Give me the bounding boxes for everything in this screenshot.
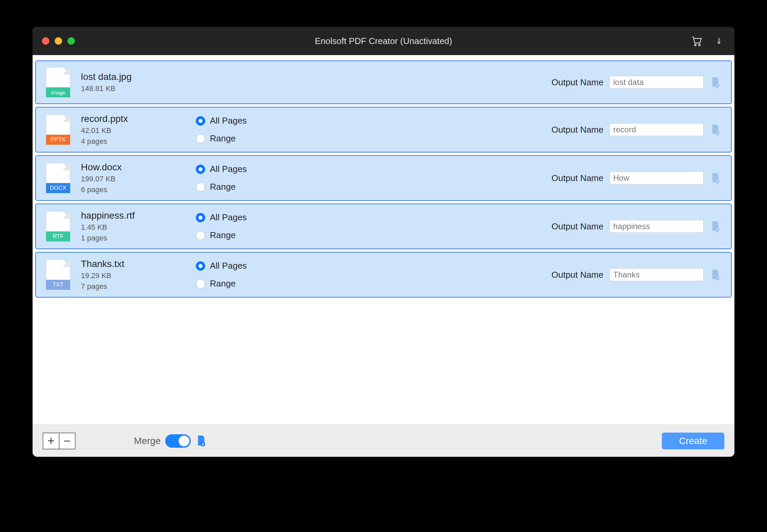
svg-point-8 xyxy=(717,181,718,182)
page-range-group: All Pages Range xyxy=(196,164,297,192)
range-radio[interactable] xyxy=(196,134,205,143)
file-size: 199.07 KB xyxy=(81,175,185,183)
file-name: Thanks.txt xyxy=(81,259,185,269)
file-badge: RTF xyxy=(46,231,70,241)
output-name-label: Output Name xyxy=(551,77,603,88)
svg-point-4 xyxy=(717,85,718,87)
cart-icon[interactable] xyxy=(691,35,703,47)
file-badge: Image xyxy=(46,87,70,97)
svg-point-14 xyxy=(202,443,204,445)
file-pages: 1 pages xyxy=(81,234,185,242)
file-settings-icon[interactable] xyxy=(710,76,721,89)
file-meta: How.docx 199.07 KB 6 pages xyxy=(81,162,185,194)
minimize-window-button[interactable] xyxy=(55,37,62,45)
file-settings-icon[interactable] xyxy=(710,268,721,281)
output-name-input[interactable] xyxy=(610,76,704,89)
file-size: 42.01 KB xyxy=(81,126,185,135)
svg-point-6 xyxy=(717,132,718,134)
svg-point-2 xyxy=(719,42,720,43)
merge-toggle[interactable] xyxy=(165,434,191,448)
file-size: 1.45 KB xyxy=(81,223,185,232)
file-type-icon: Image xyxy=(46,67,70,97)
app-window: Enolsoft PDF Creator (Unactivated) Image… xyxy=(33,27,734,457)
output-name-label: Output Name xyxy=(551,221,603,232)
range-radio[interactable] xyxy=(196,279,205,289)
file-pages: 6 pages xyxy=(81,185,185,194)
file-row[interactable]: RTF happiness.rtf 1.45 KB 1 pages All Pa… xyxy=(35,204,732,249)
merge-settings-icon[interactable] xyxy=(195,435,207,447)
file-meta: lost data.jpg 148.81 KB xyxy=(81,72,185,93)
all-pages-label: All Pages xyxy=(210,212,247,223)
output-name-label: Output Name xyxy=(551,125,603,135)
file-pages: 4 pages xyxy=(81,137,185,146)
file-type-icon: RTF xyxy=(46,211,70,241)
file-badge: PPTX xyxy=(46,135,70,145)
titlebar: Enolsoft PDF Creator (Unactivated) xyxy=(33,27,734,55)
file-name: lost data.jpg xyxy=(81,72,185,82)
all-pages-label: All Pages xyxy=(210,116,247,126)
window-controls xyxy=(42,37,75,45)
all-pages-radio[interactable] xyxy=(196,261,205,271)
file-size: 19.29 KB xyxy=(81,271,185,280)
file-row[interactable]: Image lost data.jpg 148.81 KB Output Nam… xyxy=(35,60,732,104)
all-pages-radio[interactable] xyxy=(196,165,205,174)
file-type-icon: TXT xyxy=(46,260,70,290)
range-radio[interactable] xyxy=(196,182,205,192)
page-range-group: All Pages Range xyxy=(196,212,297,240)
svg-point-12 xyxy=(717,277,718,279)
thermometer-icon[interactable] xyxy=(713,35,725,47)
range-label: Range xyxy=(210,133,236,144)
file-badge: DOCX xyxy=(46,183,70,193)
window-title: Enolsoft PDF Creator (Unactivated) xyxy=(33,36,734,46)
file-type-icon: PPTX xyxy=(46,115,70,145)
file-pages: 7 pages xyxy=(81,282,185,291)
create-button[interactable]: Create xyxy=(662,433,724,449)
svg-point-10 xyxy=(717,229,718,231)
output-name-input[interactable] xyxy=(610,220,704,233)
svg-point-1 xyxy=(698,44,700,46)
file-size: 148.81 KB xyxy=(81,84,185,93)
file-row[interactable]: DOCX How.docx 199.07 KB 6 pages All Page… xyxy=(35,155,732,201)
file-name: record.pptx xyxy=(81,114,185,124)
add-file-button[interactable]: + xyxy=(43,433,59,449)
zoom-window-button[interactable] xyxy=(67,37,75,45)
output-name-label: Output Name xyxy=(551,173,603,183)
output-name-input[interactable] xyxy=(610,123,704,136)
range-label: Range xyxy=(210,278,236,289)
file-settings-icon[interactable] xyxy=(710,123,721,136)
all-pages-label: All Pages xyxy=(210,261,247,271)
all-pages-radio[interactable] xyxy=(196,213,205,222)
file-name: How.docx xyxy=(81,162,185,173)
file-badge: TXT xyxy=(46,280,70,290)
range-label: Range xyxy=(210,182,236,192)
file-list: Image lost data.jpg 148.81 KB Output Nam… xyxy=(33,55,734,425)
output-name-input[interactable] xyxy=(610,172,704,184)
file-meta: Thanks.txt 19.29 KB 7 pages xyxy=(81,259,185,291)
remove-file-button[interactable]: − xyxy=(59,433,76,449)
close-window-button[interactable] xyxy=(42,37,49,45)
file-row[interactable]: TXT Thanks.txt 19.29 KB 7 pages All Page… xyxy=(35,252,732,298)
svg-point-0 xyxy=(694,44,696,46)
all-pages-radio[interactable] xyxy=(196,116,205,126)
output-name-label: Output Name xyxy=(551,270,603,280)
output-name-input[interactable] xyxy=(610,268,704,281)
file-meta: record.pptx 42.01 KB 4 pages xyxy=(81,114,185,146)
range-radio[interactable] xyxy=(196,231,205,240)
file-meta: happiness.rtf 1.45 KB 1 pages xyxy=(81,210,185,242)
page-range-group: All Pages Range xyxy=(196,261,297,289)
merge-label: Merge xyxy=(134,436,161,446)
footer-toolbar: + − Merge Create xyxy=(33,425,734,457)
file-row[interactable]: PPTX record.pptx 42.01 KB 4 pages All Pa… xyxy=(35,107,732,152)
file-type-icon: DOCX xyxy=(46,163,70,193)
file-settings-icon[interactable] xyxy=(710,172,721,184)
file-name: happiness.rtf xyxy=(81,210,185,221)
range-label: Range xyxy=(210,230,236,240)
all-pages-label: All Pages xyxy=(210,164,247,174)
file-settings-icon[interactable] xyxy=(710,220,721,233)
page-range-group: All Pages Range xyxy=(196,116,297,144)
